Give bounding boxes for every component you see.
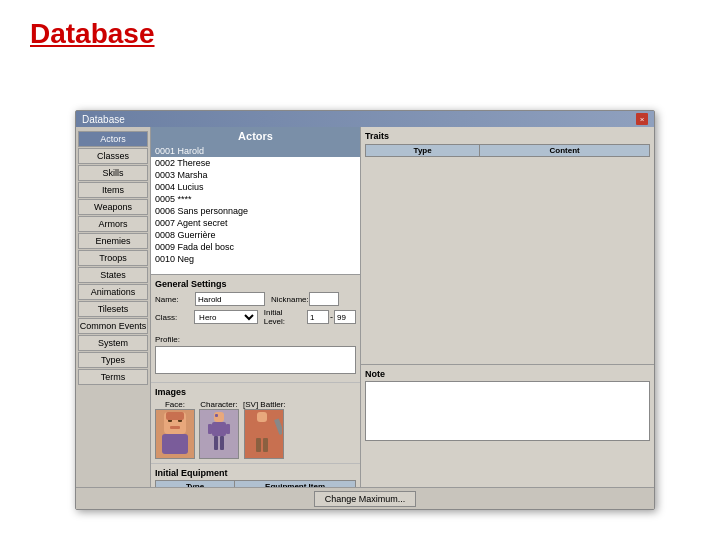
- note-textarea[interactable]: [365, 381, 650, 441]
- sidebar-item-tilesets[interactable]: Tilesets: [78, 301, 148, 317]
- sv-battler-image-box: [SV] Battler:: [243, 400, 286, 459]
- svg-rect-14: [254, 422, 270, 438]
- actor-item[interactable]: 0010 Neg: [151, 253, 360, 265]
- equip-table: Type Equipment Item WeaponSwordShieldShi…: [155, 480, 356, 487]
- actors-header: Actors: [151, 127, 360, 145]
- right-panel: Traits Type Content Note: [361, 127, 654, 487]
- sidebar-item-armors[interactable]: Armors: [78, 216, 148, 232]
- svg-rect-3: [170, 426, 180, 429]
- actor-item[interactable]: 0006 Sans personnage: [151, 205, 360, 217]
- nickname-label: Nickname:: [271, 295, 309, 304]
- equip-header: Initial Equipment: [155, 468, 356, 478]
- images-section: Images Face:: [151, 382, 360, 463]
- actor-item[interactable]: 0005 ****: [151, 193, 360, 205]
- images-header: Images: [155, 387, 356, 397]
- equip-section: Initial Equipment Type Equipment Item We…: [151, 463, 360, 487]
- class-row: Class: Hero Initial Level: -: [155, 308, 356, 326]
- titlebar: Database ×: [76, 111, 654, 127]
- character-image[interactable]: [199, 409, 239, 459]
- actor-item[interactable]: 0008 Guerrière: [151, 229, 360, 241]
- note-header: Note: [365, 369, 650, 379]
- change-max-button[interactable]: Change Maximum...: [314, 491, 417, 507]
- note-section: Note: [361, 365, 654, 487]
- sidebar-item-weapons[interactable]: Weapons: [78, 199, 148, 215]
- sidebar-item-classes[interactable]: Classes: [78, 148, 148, 164]
- sidebar-item-terms[interactable]: Terms: [78, 369, 148, 385]
- svg-rect-9: [214, 436, 218, 450]
- page-title: Database: [30, 18, 155, 50]
- class-select[interactable]: Hero: [194, 310, 258, 324]
- general-settings-title: General Settings: [155, 279, 356, 289]
- sv-battler-image[interactable]: [244, 409, 284, 459]
- traits-col-type: Type: [366, 145, 480, 157]
- actor-item[interactable]: 0003 Marsha: [151, 169, 360, 181]
- svg-rect-7: [215, 414, 218, 417]
- svg-rect-17: [256, 438, 261, 452]
- svg-rect-15: [250, 424, 255, 436]
- sidebar-item-actors[interactable]: Actors: [78, 131, 148, 147]
- svg-rect-8: [212, 422, 226, 436]
- profile-textarea[interactable]: [155, 346, 356, 374]
- svg-rect-4: [162, 434, 188, 454]
- traits-section: Traits Type Content: [361, 127, 654, 365]
- svg-rect-10: [220, 436, 224, 450]
- actor-item[interactable]: 0009 Fada del bosc: [151, 241, 360, 253]
- actor-item[interactable]: 0007 Agent secret: [151, 217, 360, 229]
- svg-rect-12: [226, 424, 230, 434]
- traits-table: Type Content: [365, 144, 650, 157]
- sidebar-item-enemies[interactable]: Enemies: [78, 233, 148, 249]
- profile-label: Profile:: [155, 335, 180, 344]
- sidebar-item-types[interactable]: Types: [78, 352, 148, 368]
- name-row: Name: Nickname:: [155, 292, 356, 306]
- character-label: Character:: [200, 400, 237, 409]
- max-level-input[interactable]: [334, 310, 356, 324]
- svg-rect-6: [214, 412, 224, 422]
- svg-rect-13: [257, 412, 267, 422]
- class-label: Class:: [155, 313, 194, 322]
- titlebar-label: Database: [82, 114, 125, 125]
- character-image-box: Character:: [199, 400, 239, 459]
- initial-level-label: Initial Level:: [264, 308, 305, 326]
- sidebar-item-animations[interactable]: Animations: [78, 284, 148, 300]
- face-label: Face:: [165, 400, 185, 409]
- svg-rect-11: [208, 424, 212, 434]
- sidebar-item-skills[interactable]: Skills: [78, 165, 148, 181]
- initial-level-input[interactable]: [307, 310, 329, 324]
- sidebar: ActorsClassesSkillsItemsWeaponsArmorsEne…: [76, 127, 151, 487]
- sidebar-item-common-events[interactable]: Common Events: [78, 318, 148, 334]
- main-content: ActorsClassesSkillsItemsWeaponsArmorsEne…: [76, 127, 654, 487]
- center-panel: Actors 0001 Harold0002 Therese0003 Marsh…: [151, 127, 361, 487]
- name-input[interactable]: [195, 292, 265, 306]
- sidebar-item-system[interactable]: System: [78, 335, 148, 351]
- general-settings: General Settings Name: Nickname: Class: …: [151, 275, 360, 382]
- image-boxes: Face:: [155, 400, 356, 459]
- sidebar-item-states[interactable]: States: [78, 267, 148, 283]
- footer: Change Maximum...: [76, 487, 654, 509]
- svg-rect-16: [274, 418, 282, 435]
- name-label: Name:: [155, 295, 195, 304]
- face-image[interactable]: [155, 409, 195, 459]
- sidebar-item-troops[interactable]: Troops: [78, 250, 148, 266]
- database-window: Database × ActorsClassesSkillsItemsWeapo…: [75, 110, 655, 510]
- actor-item[interactable]: 0004 Lucius: [151, 181, 360, 193]
- actor-item[interactable]: 0001 Harold: [151, 145, 360, 157]
- actor-item[interactable]: 0002 Therese: [151, 157, 360, 169]
- nickname-input[interactable]: [309, 292, 339, 306]
- actor-list[interactable]: 0001 Harold0002 Therese0003 Marsha0004 L…: [151, 145, 360, 275]
- sidebar-item-items[interactable]: Items: [78, 182, 148, 198]
- close-button[interactable]: ×: [636, 113, 648, 125]
- svg-rect-5: [166, 412, 184, 420]
- traits-header: Traits: [365, 131, 650, 141]
- sv-battler-label: [SV] Battler:: [243, 400, 286, 409]
- traits-col-content: Content: [480, 145, 650, 157]
- face-image-box: Face:: [155, 400, 195, 459]
- profile-area: Profile:: [155, 328, 356, 378]
- svg-rect-18: [263, 438, 268, 452]
